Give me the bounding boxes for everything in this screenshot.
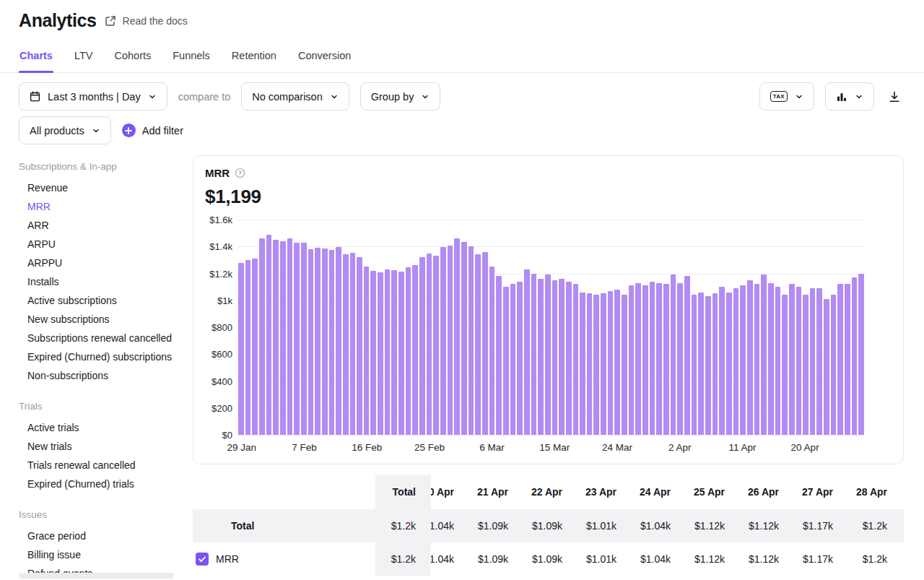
- tab-charts[interactable]: Charts: [19, 46, 53, 72]
- bar[interactable]: [503, 287, 509, 435]
- bar[interactable]: [454, 238, 460, 435]
- bar[interactable]: [545, 274, 551, 435]
- bar[interactable]: [601, 293, 606, 435]
- bar[interactable]: [364, 267, 370, 435]
- bar[interactable]: [357, 257, 362, 435]
- bar[interactable]: [406, 267, 411, 435]
- bar[interactable]: [308, 249, 314, 435]
- bar[interactable]: [824, 299, 829, 435]
- comparison-button[interactable]: No comparison: [241, 82, 349, 111]
- bar[interactable]: [287, 238, 293, 435]
- help-icon[interactable]: ?: [235, 168, 245, 178]
- tab-funnels[interactable]: Funnels: [172, 46, 211, 72]
- bar[interactable]: [692, 295, 697, 435]
- bar[interactable]: [580, 293, 585, 435]
- bar[interactable]: [496, 276, 502, 435]
- bar[interactable]: [663, 284, 669, 435]
- bar[interactable]: [719, 287, 725, 435]
- bar[interactable]: [733, 288, 739, 435]
- sidebar-scrollbar[interactable]: [19, 573, 174, 579]
- bar[interactable]: [698, 293, 704, 435]
- bar[interactable]: [370, 271, 376, 435]
- bar[interactable]: [489, 267, 495, 435]
- bar[interactable]: [259, 238, 265, 435]
- bar[interactable]: [391, 270, 397, 435]
- bar[interactable]: [796, 287, 802, 435]
- tab-ltv[interactable]: LTV: [74, 46, 94, 72]
- bar[interactable]: [677, 283, 683, 435]
- sidebar-item-active-trials[interactable]: Active trials: [19, 418, 193, 437]
- sidebar-item-grace-period[interactable]: Grace period: [19, 527, 193, 545]
- bar[interactable]: [440, 247, 446, 435]
- bar[interactable]: [831, 295, 837, 435]
- bar[interactable]: [671, 274, 676, 435]
- bar[interactable]: [587, 293, 593, 435]
- sidebar-item-non-subscriptions[interactable]: Non-subscriptions: [19, 366, 193, 385]
- bar[interactable]: [622, 295, 627, 435]
- bar[interactable]: [593, 295, 599, 435]
- group-by-button[interactable]: Group by: [360, 82, 441, 111]
- date-range-button[interactable]: Last 3 months | Day: [19, 82, 167, 111]
- bar[interactable]: [684, 276, 690, 435]
- sidebar-item-new-subscriptions[interactable]: New subscriptions: [19, 310, 193, 329]
- bar[interactable]: [845, 284, 850, 435]
- bar[interactable]: [712, 293, 718, 435]
- bar[interactable]: [810, 288, 816, 435]
- bar[interactable]: [398, 272, 404, 435]
- bar[interactable]: [768, 283, 774, 435]
- bar[interactable]: [531, 274, 537, 436]
- sidebar-item-billing-issue[interactable]: Billing issue: [19, 545, 193, 564]
- bar[interactable]: [475, 254, 481, 435]
- bar[interactable]: [329, 250, 335, 435]
- bar[interactable]: [538, 279, 544, 435]
- bar[interactable]: [642, 285, 648, 435]
- sidebar-item-expired-churned-trials[interactable]: Expired (Churned) trials: [19, 475, 193, 493]
- bar[interactable]: [322, 248, 328, 435]
- sidebar-item-installs[interactable]: Installs: [19, 272, 193, 291]
- tab-cohorts[interactable]: Cohorts: [113, 46, 152, 72]
- bar[interactable]: [315, 248, 321, 435]
- bar[interactable]: [448, 246, 453, 435]
- bar[interactable]: [385, 269, 391, 435]
- bar[interactable]: [433, 256, 439, 435]
- bar[interactable]: [273, 240, 279, 435]
- bar[interactable]: [566, 282, 572, 435]
- bar[interactable]: [510, 284, 516, 435]
- bar[interactable]: [608, 291, 614, 435]
- bar[interactable]: [650, 282, 655, 435]
- bar[interactable]: [378, 272, 383, 435]
- bar[interactable]: [789, 284, 795, 435]
- bar[interactable]: [552, 280, 558, 435]
- mrr-checkbox[interactable]: [196, 553, 209, 566]
- bar[interactable]: [412, 265, 418, 435]
- bar[interactable]: [301, 243, 307, 435]
- bar[interactable]: [336, 247, 341, 435]
- sidebar-item-trials-renewal-cancelled[interactable]: Trials renewal cancelled: [19, 456, 193, 475]
- all-products-button[interactable]: All products: [19, 116, 111, 144]
- bar[interactable]: [461, 242, 467, 435]
- bar[interactable]: [280, 241, 286, 435]
- bar[interactable]: [726, 293, 732, 435]
- bar[interactable]: [517, 282, 523, 435]
- bar[interactable]: [294, 243, 300, 435]
- add-filter-button[interactable]: Add filter: [122, 124, 183, 137]
- bar[interactable]: [775, 287, 781, 435]
- bar[interactable]: [635, 283, 641, 435]
- bar[interactable]: [740, 285, 746, 435]
- bar[interactable]: [747, 280, 753, 435]
- bar[interactable]: [837, 284, 843, 435]
- bar[interactable]: [803, 295, 808, 435]
- chart-type-button[interactable]: [825, 82, 874, 111]
- bar[interactable]: [238, 263, 244, 435]
- bar[interactable]: [350, 253, 356, 435]
- bar[interactable]: [343, 254, 349, 435]
- tab-retention[interactable]: Retention: [231, 46, 277, 72]
- sidebar-item-active-subscriptions[interactable]: Active subscriptions: [19, 291, 193, 310]
- sidebar-item-expired-churned-subscriptions[interactable]: Expired (Churned) subscriptions: [19, 347, 193, 366]
- bar[interactable]: [266, 235, 272, 436]
- sidebar-item-arpu[interactable]: ARPU: [19, 235, 193, 254]
- bar[interactable]: [482, 252, 488, 435]
- sidebar-item-mrr[interactable]: MRR: [19, 197, 193, 216]
- sidebar-item-revenue[interactable]: Revenue: [19, 178, 193, 197]
- bar[interactable]: [754, 284, 760, 435]
